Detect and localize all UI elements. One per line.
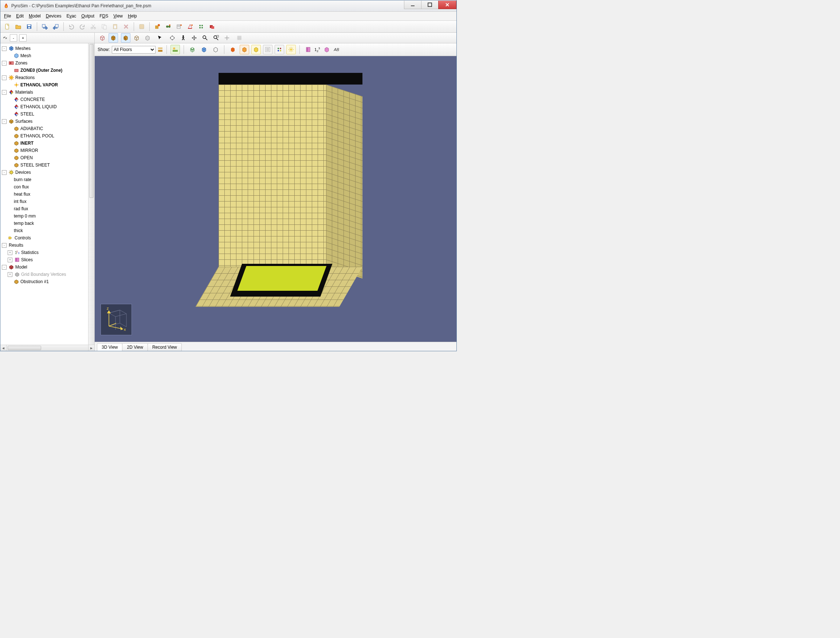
show-nodes-button[interactable] — [275, 45, 284, 54]
pan-tool[interactable] — [189, 33, 199, 43]
copy-button[interactable] — [99, 22, 109, 32]
new-file-button[interactable] — [3, 22, 12, 32]
surface-icon — [14, 141, 19, 146]
tree-toggle[interactable]: + — [8, 250, 13, 255]
tab-record-view[interactable]: Record View — [147, 343, 182, 351]
menu-edit[interactable]: Edit — [14, 13, 26, 19]
navigator-hscrollbar[interactable]: ◂ ▸ — [0, 345, 94, 351]
fire-tool-4[interactable] — [185, 22, 195, 32]
delete-button[interactable] — [121, 22, 131, 32]
fire-tool-2[interactable] — [164, 22, 173, 32]
tree-label: Model — [15, 264, 27, 271]
show-pink-cube-button[interactable] — [322, 45, 332, 54]
mesh-group-icon — [9, 46, 14, 51]
close-button[interactable] — [438, 1, 456, 9]
tree-toggle[interactable]: + — [8, 272, 13, 277]
save-file-button[interactable] — [24, 22, 34, 32]
floor-select[interactable]: All Floors — [112, 46, 156, 54]
fire-tool-6[interactable] — [207, 22, 217, 32]
show-list-button[interactable] — [263, 45, 273, 54]
menu-file[interactable]: File — [2, 13, 13, 19]
floor-settings-icon[interactable] — [158, 47, 163, 52]
center-tool[interactable] — [222, 33, 232, 43]
show-mesh-solid-button[interactable] — [199, 45, 209, 54]
shaded-cube-button-2[interactable] — [132, 33, 141, 43]
navigator-tree[interactable]: -Meshes Mesh -Zones ZONE0 (Outer Zone) -… — [0, 43, 88, 345]
tree-toggle[interactable]: - — [2, 90, 6, 95]
cut-button[interactable] — [88, 22, 98, 32]
paste-button[interactable] — [111, 22, 120, 32]
scroll-thumb[interactable] — [89, 44, 94, 198]
fire-tool-1[interactable] — [153, 22, 162, 32]
app-icon — [3, 3, 9, 9]
tree-toggle[interactable]: - — [2, 46, 6, 51]
fire-tool-5[interactable] — [196, 22, 206, 32]
import-button[interactable] — [40, 22, 49, 32]
navigator-vscrollbar[interactable] — [88, 43, 94, 345]
material-group-icon — [9, 90, 14, 95]
maximize-button[interactable] — [421, 1, 439, 9]
shaded-cube-button-3[interactable] — [143, 33, 152, 43]
svg-rect-6 — [42, 24, 45, 27]
tree-toggle[interactable]: - — [2, 119, 6, 124]
collapse-all-button[interactable]: - — [10, 34, 17, 41]
zoom-extents-tool[interactable] — [211, 33, 221, 43]
tree-toggle[interactable]: + — [8, 257, 13, 262]
export-button[interactable] — [51, 22, 60, 32]
show-obst-button[interactable] — [228, 45, 237, 54]
zoom-tool[interactable] — [201, 33, 210, 43]
minimize-button[interactable] — [404, 1, 422, 9]
navigator-header: - + — [0, 33, 94, 43]
show-mesh-wire-button[interactable] — [211, 45, 220, 54]
shaded-cube-button-1[interactable] — [121, 33, 130, 43]
redo-button[interactable] — [77, 22, 87, 32]
svg-point-57 — [280, 50, 281, 51]
tree-label: Grid Boundary Vertices — [21, 271, 66, 278]
expand-all-button[interactable]: + — [19, 34, 27, 41]
tree-toggle[interactable]: - — [2, 170, 6, 175]
tree-toggle[interactable]: - — [2, 76, 6, 80]
menu-help[interactable]: Help — [126, 13, 139, 19]
menu-fds[interactable]: FDS — [97, 13, 111, 19]
wireframe-cube-button[interactable] — [98, 33, 107, 43]
grid-tool[interactable] — [235, 33, 244, 43]
show-sun-button[interactable] — [286, 45, 296, 54]
menu-devices[interactable]: Devices — [44, 13, 64, 19]
fire-tool-3[interactable] — [174, 22, 184, 32]
separator — [63, 22, 64, 31]
scroll-left-arrow[interactable]: ◂ — [0, 345, 6, 351]
tree-label: con flux — [14, 183, 29, 191]
open-file-button[interactable] — [13, 22, 23, 32]
svg-point-44 — [203, 36, 206, 39]
orbit-tool[interactable] — [167, 33, 177, 43]
show-mesh-grid-button[interactable] — [188, 45, 197, 54]
tree-toggle[interactable]: - — [2, 61, 6, 66]
tab-3d-view[interactable]: 3D View — [97, 343, 122, 351]
show-obst-yellow-button[interactable] — [251, 45, 261, 54]
tab-2d-view[interactable]: 2D View — [122, 343, 147, 351]
properties-button[interactable] — [137, 22, 147, 32]
surface-icon — [14, 133, 19, 139]
show-terrain-button[interactable] — [171, 45, 180, 54]
device-group-icon — [9, 170, 14, 175]
undo-button[interactable] — [67, 22, 76, 32]
menu-evac[interactable]: Evac — [64, 13, 78, 19]
solid-cube-button[interactable] — [109, 33, 118, 43]
menu-output[interactable]: Output — [79, 13, 96, 19]
surface-icon — [14, 148, 19, 153]
show-slice-icon[interactable] — [303, 45, 313, 54]
scroll-right-arrow[interactable]: ▸ — [88, 345, 94, 351]
tree-label: burn rate — [14, 176, 31, 183]
show-obst-orange-button[interactable] — [240, 45, 249, 54]
link-icon[interactable] — [3, 35, 8, 40]
walk-tool[interactable] — [178, 33, 188, 43]
pointer-tool[interactable] — [155, 33, 165, 43]
tree-toggle[interactable]: - — [2, 243, 6, 248]
tree-toggle[interactable]: - — [2, 265, 6, 270]
menu-view[interactable]: View — [111, 13, 125, 19]
menu-model[interactable]: Model — [27, 13, 43, 19]
scroll-thumb[interactable] — [8, 346, 41, 350]
axis-gizmo[interactable]: x z — [101, 304, 132, 335]
3d-viewport[interactable]: x z — [95, 56, 456, 342]
svg-marker-62 — [107, 311, 111, 313]
